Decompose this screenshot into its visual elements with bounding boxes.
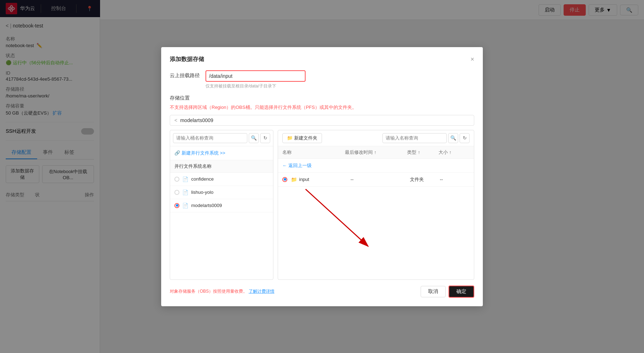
path-label: 云上挂载路径	[170, 70, 205, 79]
file-table-body: ← 返回上一级 📁 input -- 文件夹 --	[278, 159, 474, 279]
left-panel: 🔍 ↻ 🔗 新建并行文件系统 >> 并行文件系统名称 📄 confidence …	[170, 130, 273, 280]
pfs-radio-lishuo-yolo[interactable]	[174, 190, 179, 195]
sort-time-icon[interactable]: ↑	[374, 150, 377, 155]
pfs-file-icon-modelarts0009: 📄	[182, 203, 188, 208]
col-time-header: 最后修改时间 ↑	[345, 149, 407, 156]
new-folder-btn[interactable]: 📁 新建文件夹	[282, 133, 322, 143]
right-search-wrap: 🔍 ↻	[382, 133, 470, 143]
file-size-input: --	[440, 177, 470, 182]
dialog-nav-back-btn[interactable]: <	[174, 117, 177, 123]
bucket-refresh-btn[interactable]: ↻	[260, 133, 270, 143]
pfs-radio-modelarts0009[interactable]	[174, 203, 179, 208]
pfs-name-confidence: confidence	[191, 176, 214, 182]
pfs-radio-inner-modelarts0009	[176, 204, 178, 207]
pfs-name-modelarts0009: modelarts0009	[191, 203, 222, 208]
obs-note: 对象存储服务（OBS）按照使用量收费。 了解计费详情	[170, 288, 418, 294]
dialog-nav-path: modelarts0009	[180, 117, 213, 123]
file-type-input: 文件夹	[410, 176, 440, 183]
file-radio-inner-input	[284, 178, 286, 181]
dialog-footer: 对象存储服务（OBS）按照使用量收费。 了解计费详情 取消 确定	[170, 286, 474, 298]
pfs-item-lishuo-yolo[interactable]: 📄 lishuo-yolo	[170, 186, 273, 199]
error-text: 不支持选择跨区域（Region）的OBS桶。只能选择并行文件系统（PFS）或其中…	[170, 104, 474, 111]
bucket-search-btn[interactable]: 🔍	[249, 133, 259, 143]
file-item-input[interactable]: 📁 input -- 文件夹 --	[278, 173, 474, 187]
path-form-content: 仅支持被挂载至根目录/data/子目录下	[205, 70, 474, 89]
left-panel-search-row: 🔍 ↻	[170, 130, 273, 146]
storage-location-label: 存储位置	[170, 95, 474, 101]
file-back-row[interactable]: ← 返回上一级	[278, 159, 474, 173]
folder-icon-input: 📁	[291, 177, 297, 182]
obs-link[interactable]: 了解计费详情	[249, 289, 274, 294]
two-panel-layout: 🔍 ↻ 🔗 新建并行文件系统 >> 并行文件系统名称 📄 confidence …	[170, 130, 474, 280]
pfs-list-header: 并行文件系统名称	[170, 160, 273, 173]
pfs-item-confidence[interactable]: 📄 confidence	[170, 173, 273, 186]
path-hint-text: 仅支持被挂载至根目录/data/子目录下	[205, 83, 474, 89]
col-type-header: 类型 ↑	[407, 149, 438, 156]
col-size-header: 大小 ↑	[439, 149, 470, 156]
col-name-header: 名称	[282, 149, 345, 156]
file-radio-wrap-input	[282, 177, 291, 182]
confirm-button[interactable]: 确定	[449, 286, 474, 298]
path-form-row: 云上挂载路径 仅支持被挂载至根目录/data/子目录下	[170, 70, 474, 89]
file-refresh-btn[interactable]: ↻	[460, 133, 470, 143]
file-radio-input[interactable]	[282, 177, 287, 182]
right-panel-top: 📁 新建文件夹 🔍 ↻	[278, 130, 474, 146]
file-search-btn[interactable]: 🔍	[448, 133, 458, 143]
pfs-name-lishuo-yolo: lishuo-yolo	[191, 190, 213, 195]
dialog-file-nav: < modelarts0009	[170, 115, 474, 126]
pfs-radio-confidence[interactable]	[174, 177, 179, 182]
dialog-header: 添加数据存储 ×	[170, 56, 474, 63]
file-name-input: input	[299, 177, 309, 182]
right-panel: 📁 新建文件夹 🔍 ↻ 名称 最后修改时间 ↑ 类型 ↑ 大小 ↑ ← 返回上一…	[278, 130, 474, 280]
create-pfs-link[interactable]: 🔗 新建并行文件系统 >>	[170, 146, 273, 160]
add-data-storage-dialog: 添加数据存储 × 云上挂载路径 仅支持被挂载至根目录/data/子目录下 存储位…	[161, 47, 483, 306]
cancel-button[interactable]: 取消	[421, 286, 446, 297]
file-search-input[interactable]	[382, 133, 447, 143]
path-input-field[interactable]	[205, 70, 306, 82]
dialog-title: 添加数据存储	[170, 56, 204, 63]
file-name-cell-input: 📁 input	[291, 177, 351, 182]
file-time-input: --	[351, 177, 410, 182]
pfs-list: 📄 confidence 📄 lishuo-yolo 📄 modelarts00…	[170, 173, 273, 279]
sort-size-icon[interactable]: ↑	[449, 150, 452, 155]
file-table-header: 名称 最后修改时间 ↑ 类型 ↑ 大小 ↑	[278, 146, 474, 159]
pfs-item-modelarts0009[interactable]: 📄 modelarts0009	[170, 199, 273, 212]
bucket-search-input[interactable]	[173, 133, 247, 143]
dialog-close-btn[interactable]: ×	[470, 56, 474, 63]
pfs-file-icon-lishuo-yolo: 📄	[182, 190, 188, 195]
sort-type-icon[interactable]: ↑	[418, 150, 420, 155]
pfs-file-icon-confidence: 📄	[182, 176, 188, 182]
